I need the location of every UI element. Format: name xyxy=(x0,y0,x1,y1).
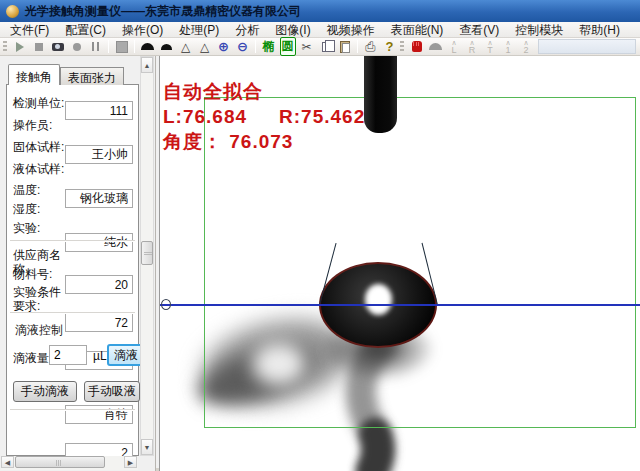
menu-surface-energy[interactable]: 表面能(N) xyxy=(383,22,452,38)
frame-button[interactable] xyxy=(112,39,131,55)
scroll-right-arrow[interactable]: ▶ xyxy=(124,456,137,468)
drop-volume-input[interactable] xyxy=(49,345,87,365)
toolbar: △ △ ⊕ ⊖ 椭 圆 ✂ ⎙ ? L R T 1 2 xyxy=(0,38,640,56)
field-row: 实验: xyxy=(7,218,138,235)
scroll-left-arrow[interactable]: ◀ xyxy=(1,456,14,468)
vertical-scroll-thumb[interactable] xyxy=(141,241,153,265)
angle-value: 76.073 xyxy=(229,131,293,152)
dosing-needle xyxy=(364,56,397,133)
toolbar-grip-2[interactable] xyxy=(400,41,404,53)
scroll-up-arrow[interactable]: ▲ xyxy=(141,57,153,73)
help-button[interactable]: ? xyxy=(380,39,399,55)
manual-drop-button[interactable]: 手动滴液 xyxy=(13,381,77,402)
solid-sample-label: 固体试样: xyxy=(7,137,67,154)
snapshot-button[interactable] xyxy=(48,39,67,55)
baseline[interactable] xyxy=(160,304,640,306)
menu-operate[interactable]: 操作(O) xyxy=(114,22,171,38)
measurement-overlay: 自动全拟合 L:76.684 R:75.462 角度： 76.073 xyxy=(163,79,365,154)
panel-vertical-scrollbar[interactable]: ▲ ▼ xyxy=(140,56,154,456)
manual-suction-button[interactable]: 手动吸液 xyxy=(84,381,140,402)
sessile-drop-small-button[interactable] xyxy=(157,39,176,55)
menu-analyze[interactable]: 分析 xyxy=(227,22,267,38)
print-button[interactable]: ⎙ xyxy=(361,39,380,55)
field-row: 液体试样: xyxy=(7,159,138,176)
stop-button[interactable] xyxy=(29,39,48,55)
application-window: 光学接触角测量仪——东莞市晟鼎精密仪器有限公司 文件(F) 配置(C) 操作(O… xyxy=(0,0,640,471)
toolbar-separator xyxy=(357,40,358,53)
hand-icon xyxy=(412,41,422,52)
tab-surface-tension[interactable]: 表面张力 xyxy=(60,67,124,85)
fit-right-button-disabled[interactable]: R xyxy=(463,39,481,55)
operator-label: 操作员: xyxy=(7,115,67,132)
copy-icon xyxy=(322,42,330,52)
fit-2-button-disabled[interactable]: 2 xyxy=(517,39,535,55)
window-title: 光学接触角测量仪——东莞市晟鼎精密仪器有限公司 xyxy=(25,3,301,20)
tab-contact-angle[interactable]: 接触角 xyxy=(8,64,60,85)
ellipse-fit-button[interactable]: 椭 xyxy=(259,39,278,55)
humidity-field[interactable] xyxy=(65,313,133,332)
copy-button[interactable] xyxy=(316,39,335,55)
field-row: 温度: xyxy=(7,180,138,197)
toolbar-separator xyxy=(134,40,135,53)
app-icon xyxy=(6,5,19,18)
pause-button[interactable] xyxy=(86,39,105,55)
circle-tool-icon: 圆 xyxy=(280,37,296,56)
volume-unit-label: µL xyxy=(93,349,107,363)
fit-top-button-disabled[interactable]: T xyxy=(481,39,499,55)
play-button[interactable] xyxy=(10,39,29,55)
section-divider xyxy=(10,409,135,411)
menu-process[interactable]: 处理(P) xyxy=(171,22,227,38)
baseline-handle[interactable] xyxy=(161,299,171,310)
menu-image[interactable]: 图像(I) xyxy=(267,22,318,38)
temperature-label: 温度: xyxy=(7,180,67,197)
horizontal-scroll-thumb[interactable] xyxy=(15,456,105,468)
paste-button[interactable] xyxy=(335,39,354,55)
baseline-level-button[interactable]: ⊖ xyxy=(233,39,252,55)
record-icon xyxy=(73,43,81,51)
crosshair-button[interactable]: ⊕ xyxy=(214,39,233,55)
field-row: 物料号: xyxy=(7,264,138,281)
frame-icon xyxy=(116,41,128,53)
toolbar-spacer xyxy=(538,39,636,54)
drop-shape-button[interactable] xyxy=(426,39,445,55)
section-divider xyxy=(10,240,135,242)
section-divider xyxy=(10,312,135,314)
menu-control-module[interactable]: 控制模块 xyxy=(507,22,571,38)
scroll-down-arrow[interactable]: ▼ xyxy=(141,439,153,455)
manual-mode-button[interactable] xyxy=(407,39,426,55)
experiment-label: 实验: xyxy=(7,218,67,235)
title-bar[interactable]: 光学接触角测量仪——东莞市晟鼎精密仪器有限公司 xyxy=(0,0,640,22)
field-row: 操作员: xyxy=(7,115,138,132)
camera-view[interactable]: 自动全拟合 L:76.684 R:75.462 角度： 76.073 xyxy=(159,56,640,471)
menu-video[interactable]: 视频操作 xyxy=(319,22,383,38)
toolbar-separator xyxy=(108,40,109,53)
panel-horizontal-scrollbar[interactable]: ◀ ▶ xyxy=(1,456,138,470)
liquid-sample-label: 液体试样: xyxy=(7,159,67,176)
cut-button[interactable]: ✂ xyxy=(297,39,316,55)
menu-config[interactable]: 配置(C) xyxy=(57,22,114,38)
menu-help[interactable]: 帮助(H) xyxy=(571,22,628,38)
ellipse-tool-icon: 椭 xyxy=(263,38,275,55)
sessile-drop-button[interactable] xyxy=(138,39,157,55)
fit-left-button-disabled[interactable]: L xyxy=(445,39,463,55)
menu-file[interactable]: 文件(F) xyxy=(2,22,57,38)
circle-fit-button[interactable]: 圆 xyxy=(278,39,297,55)
toolbar-grip[interactable] xyxy=(3,41,7,53)
humidity-label: 湿度: xyxy=(7,199,67,216)
record-button[interactable] xyxy=(67,39,86,55)
fit-1-button-disabled[interactable]: 1 xyxy=(499,39,517,55)
pause-icon xyxy=(92,42,99,51)
triangle-fit-button[interactable]: △ xyxy=(176,39,195,55)
detect-unit-label: 检测单位: xyxy=(7,93,67,110)
supplier-name-field[interactable] xyxy=(65,405,133,424)
settings-panel: 接触角 表面张力 检测单位: 操作员: 固体试样: 液体试样: 温度: xyxy=(0,56,156,471)
tab-strip: 接触角 表面张力 xyxy=(8,64,124,85)
menu-bar: 文件(F) 配置(C) 操作(O) 处理(P) 分析 图像(I) 视频操作 表面… xyxy=(0,22,640,38)
field-row: 实验条件要求: xyxy=(7,282,138,313)
stop-icon xyxy=(35,43,43,51)
right-angle-value: R:75.462 xyxy=(279,104,365,129)
fit-mode-text: 自动全拟合 xyxy=(163,79,365,104)
menu-view[interactable]: 查看(V) xyxy=(451,22,507,38)
triangle-hatched-fit-button[interactable]: △ xyxy=(195,39,214,55)
toolbar-separator xyxy=(255,40,256,53)
